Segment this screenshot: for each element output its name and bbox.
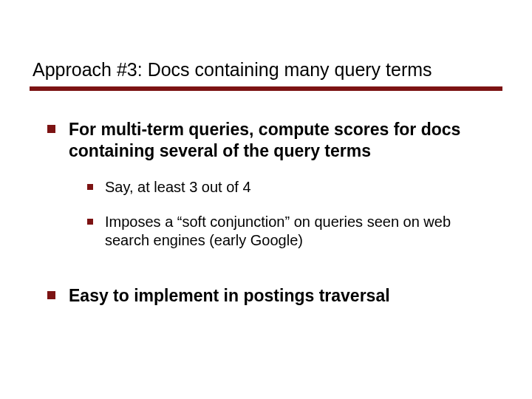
slide: Approach #3: Docs containing many query … [0,0,532,399]
bullet-text: For multi-term queries, compute scores f… [69,119,485,162]
square-bullet-icon [87,184,93,190]
bullet-text: Easy to implement in postings traversal [69,285,390,307]
slide-body: For multi-term queries, compute scores f… [0,91,532,306]
sub-bullet-text: Say, at least 3 out of 4 [105,178,251,197]
square-bullet-icon [87,219,93,225]
bullet-item: Easy to implement in postings traversal [47,285,485,307]
slide-title: Approach #3: Docs containing many query … [0,0,532,86]
bullet-item: For multi-term queries, compute scores f… [47,119,485,162]
square-bullet-icon [47,125,55,133]
sub-bullet-text: Imposes a “soft conjunction” on queries … [105,213,485,250]
sub-bullet-item: Say, at least 3 out of 4 [87,178,485,197]
square-bullet-icon [47,291,55,299]
sub-bullet-item: Imposes a “soft conjunction” on queries … [87,213,485,250]
